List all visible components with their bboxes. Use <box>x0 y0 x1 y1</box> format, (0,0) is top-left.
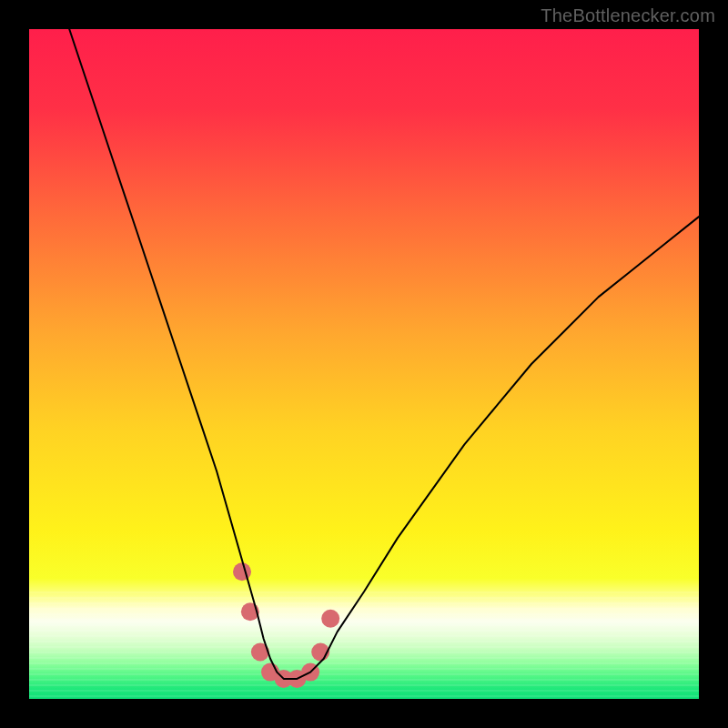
gradient-background <box>29 29 699 699</box>
plot-area <box>29 29 699 699</box>
watermark-text: TheBottlenecker.com <box>541 5 715 26</box>
chart-frame: TheBottlenecker.com <box>0 0 728 728</box>
